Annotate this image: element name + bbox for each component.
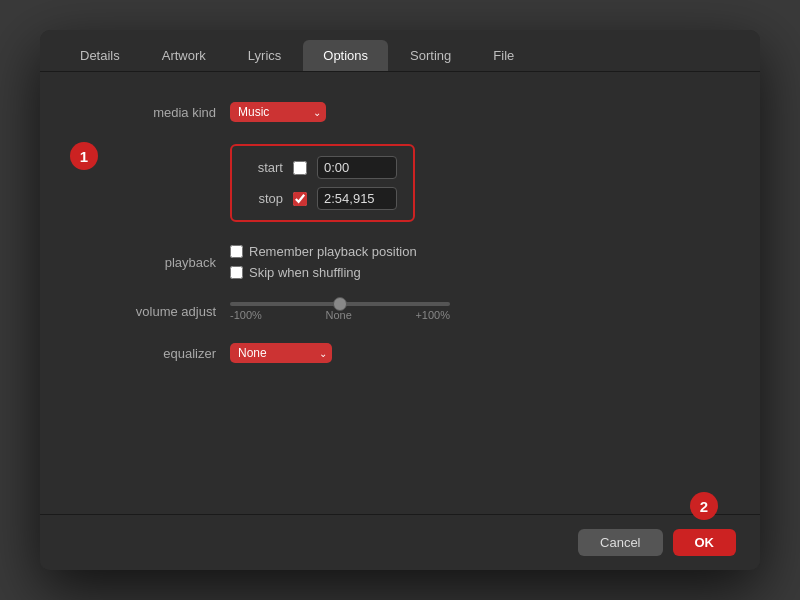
playback-options: Remember playback position Skip when shu… (230, 244, 417, 280)
equalizer-select[interactable]: None Acoustic Bass Booster Classical Dan… (230, 343, 332, 363)
equalizer-row: equalizer None Acoustic Bass Booster Cla… (100, 343, 700, 363)
start-label: start (248, 160, 283, 175)
media-kind-label: media kind (100, 105, 230, 120)
skip-shuffle-checkbox[interactable] (230, 266, 243, 279)
stop-input[interactable] (317, 187, 397, 210)
footer: Cancel OK (40, 514, 760, 570)
media-kind-wrapper: Music Podcast Audiobook Home Video TV Sh… (230, 102, 326, 122)
start-stop-row: start stop (100, 144, 700, 222)
badge-1: 1 (70, 142, 98, 170)
playback-row: playback Remember playback position Skip… (100, 244, 700, 280)
start-row: start (248, 156, 397, 179)
skip-shuffle-text: Skip when shuffling (249, 265, 361, 280)
remember-playback-checkbox[interactable] (230, 245, 243, 258)
dialog: 1 2 Details Artwork Lyrics Options Sorti… (40, 30, 760, 570)
skip-shuffle-label[interactable]: Skip when shuffling (230, 265, 417, 280)
content-area: media kind Music Podcast Audiobook Home … (40, 72, 760, 514)
cancel-button[interactable]: Cancel (578, 529, 662, 556)
volume-labels: -100% None +100% (230, 309, 450, 321)
remember-playback-text: Remember playback position (249, 244, 417, 259)
remember-playback-label[interactable]: Remember playback position (230, 244, 417, 259)
tab-file[interactable]: File (473, 40, 534, 71)
volume-slider-wrapper: -100% None +100% (230, 302, 700, 321)
tab-lyrics[interactable]: Lyrics (228, 40, 301, 71)
badge-2: 2 (690, 492, 718, 520)
tab-bar: Details Artwork Lyrics Options Sorting F… (40, 30, 760, 72)
media-kind-row: media kind Music Podcast Audiobook Home … (100, 102, 700, 122)
tab-sorting[interactable]: Sorting (390, 40, 471, 71)
start-input[interactable] (317, 156, 397, 179)
tab-artwork[interactable]: Artwork (142, 40, 226, 71)
tab-details[interactable]: Details (60, 40, 140, 71)
volume-none-label: None (325, 309, 351, 321)
start-checkbox[interactable] (293, 161, 307, 175)
stop-checkbox[interactable] (293, 192, 307, 206)
stop-row: stop (248, 187, 397, 210)
volume-label: volume adjust (100, 304, 230, 319)
ok-button[interactable]: OK (673, 529, 737, 556)
start-stop-box: start stop (230, 144, 415, 222)
stop-label: stop (248, 191, 283, 206)
playback-label: playback (100, 255, 230, 270)
tab-options[interactable]: Options (303, 40, 388, 71)
media-kind-select[interactable]: Music Podcast Audiobook Home Video TV Sh… (230, 102, 326, 122)
volume-min-label: -100% (230, 309, 262, 321)
volume-row: volume adjust -100% None +100% (100, 302, 700, 321)
equalizer-label: equalizer (100, 346, 230, 361)
volume-slider[interactable] (230, 302, 450, 306)
equalizer-wrapper: None Acoustic Bass Booster Classical Dan… (230, 343, 332, 363)
volume-max-label: +100% (415, 309, 450, 321)
